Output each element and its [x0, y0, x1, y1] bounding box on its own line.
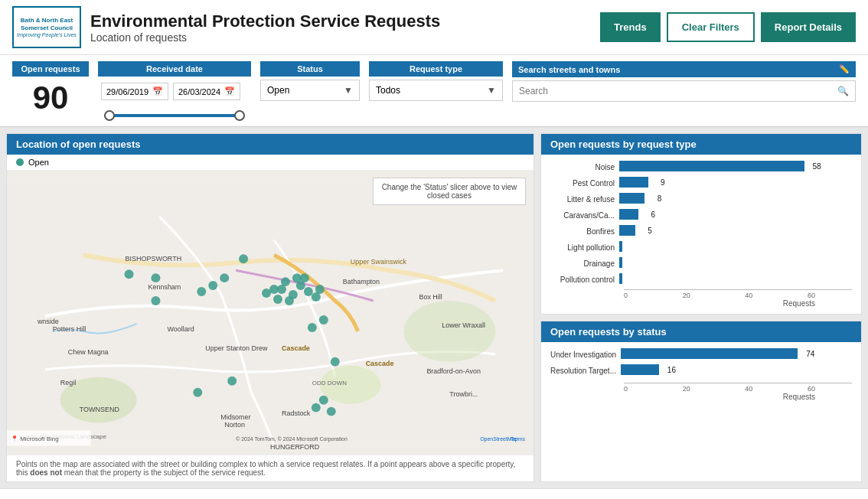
open-requests-count: 90	[18, 77, 84, 119]
bar-container	[619, 273, 852, 285]
svg-point-29	[193, 388, 202, 397]
bottom-bar: Microsoft Power BI ◀ 1 de 2 ▶ − + 82% ⛶ …	[0, 488, 868, 499]
svg-point-31	[319, 315, 328, 325]
chart1-content: Noise 58 Pest Control 9 Litter & refuse …	[541, 155, 861, 314]
svg-point-16	[315, 285, 325, 294]
request-type-select[interactable]: Todos ▼	[369, 80, 503, 101]
bar-label: Caravans/Ca...	[550, 211, 619, 220]
bar: 74	[621, 348, 798, 359]
svg-point-20	[151, 296, 160, 305]
request-type-label: Request type	[369, 61, 503, 77]
calendar-icon: 📅	[152, 86, 163, 96]
open-requests-widget: Open requests 90	[12, 61, 89, 119]
map-title: Location of open requests	[7, 134, 534, 155]
svg-text:HUNGERFORD: HUNGERFORD	[270, 443, 320, 451]
svg-text:Trowbri...: Trowbri...	[449, 390, 478, 398]
svg-text:Kennsham: Kennsham	[148, 283, 181, 291]
date-to-input[interactable]: 26/03/2024 📅	[173, 83, 240, 100]
report-details-button[interactable]: Report Details	[761, 12, 856, 42]
chart2-content: Under Investigation 74 Resolution Target…	[541, 342, 861, 481]
svg-point-14	[269, 285, 279, 294]
bar: 58	[619, 161, 804, 171]
svg-text:ODD DOWN: ODD DOWN	[312, 380, 347, 386]
bar-value: 74	[806, 350, 814, 358]
slider-thumb-right[interactable]	[234, 110, 245, 121]
svg-text:Cascade: Cascade	[366, 360, 394, 367]
date-from-input[interactable]: 29/06/2019 📅	[101, 83, 168, 100]
logo-text: Bath & North East	[21, 17, 73, 24]
table-row: Litter & refuse 8	[550, 193, 852, 205]
date-from-value: 29/06/2019	[106, 87, 148, 96]
clear-filters-button[interactable]: Clear Filters	[667, 12, 755, 42]
map-container[interactable]: Change the 'Status' slicer above to view…	[7, 170, 534, 455]
chevron-down-icon: ▼	[344, 85, 353, 96]
page-title: Environmental Protection Service Request…	[90, 11, 440, 31]
bar-label: Drainage	[550, 259, 619, 268]
bar-container: 16	[621, 364, 852, 377]
received-date-filter: Received date 29/06/2019 📅 26/03/2024 📅	[98, 61, 251, 120]
bar	[619, 273, 622, 284]
legend-label: Open	[28, 158, 49, 167]
svg-text:Radstock: Radstock	[282, 409, 311, 417]
bar-container: 9	[619, 177, 852, 189]
svg-text:TOWNSEND: TOWNSEND	[80, 406, 120, 413]
legend-dot	[16, 158, 24, 166]
logo: Bath & North East Somerset Council Impro…	[12, 6, 81, 48]
bar-value: 9	[661, 178, 665, 187]
table-row: Noise 58	[550, 161, 852, 173]
status-filter: Status Open ▼	[260, 61, 360, 101]
bar-container	[619, 257, 852, 269]
bar-label: Resolution Target...	[550, 367, 621, 375]
search-label: Search streets and towns ✏️	[512, 61, 856, 77]
bar: 6	[619, 209, 638, 220]
svg-point-2	[403, 301, 495, 362]
logo-tagline: Improving People's Lives	[17, 32, 77, 38]
search-icon: 🔍	[837, 86, 849, 96]
svg-point-15	[300, 273, 309, 282]
bar-value: 6	[651, 210, 655, 219]
logo-subtext: Somerset Council	[21, 24, 73, 32]
bar: 9	[619, 177, 648, 188]
bar-label: Under Investigation	[550, 351, 621, 359]
svg-text:Bradford-on-Avon: Bradford-on-Avon	[426, 367, 481, 375]
bar-label: Noise	[550, 163, 619, 171]
svg-text:Cascade: Cascade	[282, 344, 310, 352]
received-date-label: Received date	[98, 61, 251, 77]
svg-point-23	[125, 269, 134, 279]
search-input-box[interactable]: 🔍	[512, 80, 856, 102]
bar-container: 58	[619, 161, 852, 173]
bar-container: 6	[619, 209, 852, 221]
slider-thumb-left[interactable]	[104, 110, 115, 121]
table-row: Pest Control 9	[550, 177, 852, 189]
bar-value: 8	[658, 194, 662, 203]
map-panel: Location of open requests Open Change th…	[6, 133, 534, 482]
svg-text:Chew Magna: Chew Magna	[68, 348, 109, 356]
svg-text:Terms: Terms	[511, 436, 525, 442]
bar-container: 5	[619, 225, 852, 237]
calendar-icon-right: 📅	[224, 86, 235, 96]
request-type-filter: Request type Todos ▼	[369, 61, 503, 101]
svg-point-19	[220, 273, 229, 282]
svg-text:wnside: wnside	[37, 318, 59, 325]
bar-label: Bonfires	[550, 227, 619, 236]
svg-text:Potters Hill: Potters Hill	[53, 325, 86, 333]
svg-point-18	[197, 287, 206, 296]
date-slider[interactable]	[98, 106, 251, 120]
bar-label: Pollution control	[550, 276, 619, 284]
trends-button[interactable]: Trends	[600, 12, 661, 42]
search-label-text: Search streets and towns	[518, 65, 620, 74]
svg-point-26	[327, 407, 336, 416]
svg-point-28	[227, 377, 237, 386]
search-input[interactable]	[519, 86, 837, 96]
svg-text:Upper Stanton Drew: Upper Stanton Drew	[205, 344, 268, 352]
header: Bath & North East Somerset Council Impro…	[0, 0, 868, 55]
charts-panel: Open requests by request type Noise 58 P…	[540, 133, 862, 482]
status-select[interactable]: Open ▼	[260, 80, 360, 101]
edit-icon: ✏️	[839, 64, 850, 74]
bar-label: Pest Control	[550, 179, 619, 188]
open-requests-label: Open requests	[12, 61, 89, 77]
chart-status: Open requests by status Under Investigat…	[540, 321, 862, 482]
table-row: Resolution Target... 16	[550, 364, 852, 377]
search-streets-filter: Search streets and towns ✏️ 🔍	[512, 61, 856, 102]
header-buttons: Trends Clear Filters Report Details	[600, 12, 856, 42]
